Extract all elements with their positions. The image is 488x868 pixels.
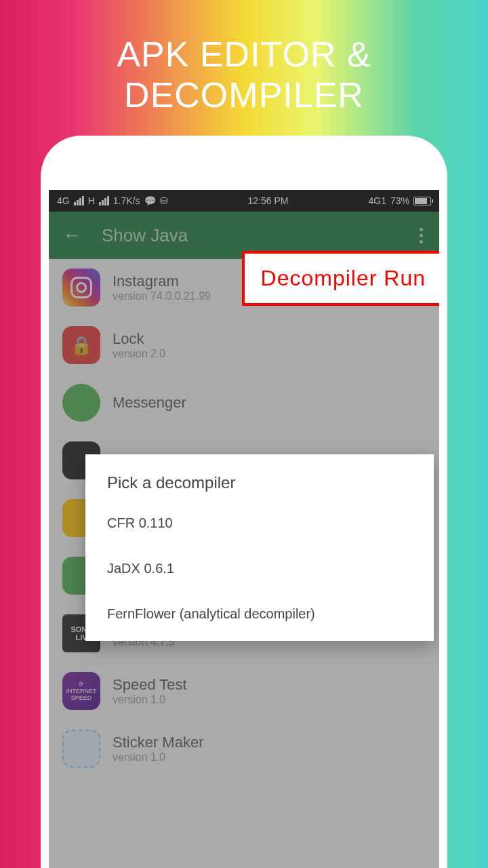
callout-label: Decompiler Run bbox=[242, 251, 439, 306]
dialog-option-jadx[interactable]: JaDX 0.6.1 bbox=[85, 546, 434, 591]
decompiler-dialog: Pick a decompiler CFR 0.110 JaDX 0.6.1 F… bbox=[85, 454, 434, 641]
dialog-option-fernflower[interactable]: FernFlower (analytical decompiler) bbox=[85, 591, 434, 637]
promo-title: APK EDITOR & DECOMPILER bbox=[0, 0, 488, 115]
phone-frame: 4G H 1.7K/s 💬 ⛁ 12:56 PM 4G1 73% ← Show … bbox=[41, 136, 447, 868]
dialog-title: Pick a decompiler bbox=[85, 473, 434, 500]
phone-screen: 4G H 1.7K/s 💬 ⛁ 12:56 PM 4G1 73% ← Show … bbox=[49, 190, 439, 868]
dialog-option-cfr[interactable]: CFR 0.110 bbox=[85, 500, 434, 546]
